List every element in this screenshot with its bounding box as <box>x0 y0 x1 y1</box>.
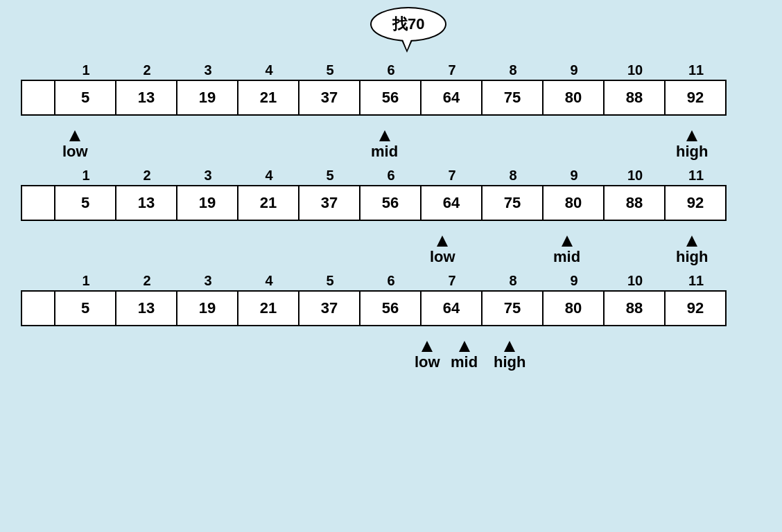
data-1-1: 5 <box>55 80 116 116</box>
data-1-0 <box>21 80 55 116</box>
idx-1-6: 6 <box>360 62 422 78</box>
idx-1-5: 5 <box>299 62 360 78</box>
data-3-5: 37 <box>299 290 360 326</box>
arrow-low-3: low <box>415 341 440 371</box>
arrow-high-2: high <box>676 236 708 266</box>
idx-3-7: 7 <box>422 273 483 289</box>
arrow-up-icon-low2 <box>437 236 448 247</box>
index-row-2: 1 2 3 4 5 6 7 8 9 10 11 <box>21 168 761 184</box>
arrow-low-2: low <box>430 236 455 266</box>
data-3-7: 64 <box>422 290 483 326</box>
idx-3-9: 9 <box>544 273 605 289</box>
data-2-7: 64 <box>422 185 483 221</box>
bubble-text: 找70 <box>392 15 424 33</box>
arrow-up-icon-mid2 <box>562 236 573 247</box>
idx-3-1: 1 <box>55 273 116 289</box>
mid-label-1: mid <box>371 143 398 161</box>
data-1-10: 88 <box>605 80 666 116</box>
main-container: 找70 1 2 3 4 5 6 7 8 9 10 11 5 13 19 21 3… <box>0 0 782 392</box>
idx-3-3: 3 <box>177 273 238 289</box>
data-2-9: 80 <box>544 185 605 221</box>
idx-1-4: 4 <box>238 62 299 78</box>
idx-3-4: 4 <box>238 273 299 289</box>
data-3-9: 80 <box>544 290 605 326</box>
arrow-up-icon <box>69 130 80 141</box>
low-label-2: low <box>430 248 455 266</box>
data-2-5: 37 <box>299 185 360 221</box>
idx-2-11: 11 <box>666 168 727 184</box>
data-1-5: 37 <box>299 80 360 116</box>
data-2-1: 5 <box>55 185 116 221</box>
data-1-4: 21 <box>238 80 299 116</box>
array-section-3: 1 2 3 4 5 6 7 8 9 10 11 5 13 19 21 37 56… <box>21 273 761 371</box>
arrow-up-icon-high2 <box>686 236 697 247</box>
arrow-row-2: low mid high <box>21 221 761 266</box>
arrow-up-icon-mid <box>379 130 390 141</box>
arrow-up-icon-high <box>686 130 697 141</box>
data-2-6: 56 <box>360 185 422 221</box>
idx-1-9: 9 <box>544 62 605 78</box>
data-3-1: 5 <box>55 290 116 326</box>
mid-label-3: mid <box>451 353 478 371</box>
data-3-8: 75 <box>483 290 544 326</box>
idx-2-9: 9 <box>544 168 605 184</box>
data-1-3: 19 <box>177 80 238 116</box>
data-1-9: 80 <box>544 80 605 116</box>
data-3-2: 13 <box>116 290 177 326</box>
idx-3-8: 8 <box>483 273 544 289</box>
idx-1-11: 11 <box>666 62 727 78</box>
data-1-6: 56 <box>360 80 422 116</box>
data-3-10: 88 <box>605 290 666 326</box>
idx-1-2: 2 <box>116 62 177 78</box>
data-2-4: 21 <box>238 185 299 221</box>
idx-2-8: 8 <box>483 168 544 184</box>
high-label-1: high <box>676 143 708 161</box>
idx-2-1: 1 <box>55 168 116 184</box>
data-2-10: 88 <box>605 185 666 221</box>
idx-3-10: 10 <box>605 273 666 289</box>
idx-1-1: 1 <box>55 62 116 78</box>
arrow-high-1: high <box>676 130 708 161</box>
idx-3-11: 11 <box>666 273 727 289</box>
arrow-high-3: high <box>494 341 525 371</box>
index-spacer-2 <box>21 168 55 184</box>
index-spacer-3 <box>21 273 55 289</box>
high-label-2: high <box>676 248 708 266</box>
data-row-2: 5 13 19 21 37 56 64 75 80 88 92 <box>21 185 761 221</box>
arrow-up-icon-low3 <box>422 341 433 352</box>
arrow-up-icon-high3 <box>504 341 515 352</box>
low-label-1: low <box>62 143 88 161</box>
data-3-11: 92 <box>666 290 727 326</box>
idx-3-2: 2 <box>116 273 177 289</box>
idx-1-10: 10 <box>605 62 666 78</box>
arrow-row-1: low mid high <box>21 116 761 161</box>
idx-1-8: 8 <box>483 62 544 78</box>
data-1-8: 75 <box>483 80 544 116</box>
idx-2-7: 7 <box>422 168 483 184</box>
idx-2-5: 5 <box>299 168 360 184</box>
mid-label-2: mid <box>553 248 580 266</box>
idx-3-6: 6 <box>360 273 422 289</box>
data-row-1: 5 13 19 21 37 56 64 75 80 88 92 <box>21 80 761 116</box>
data-2-11: 92 <box>666 185 727 221</box>
arrow-mid-2: mid <box>553 236 580 266</box>
arrow-mid-3: mid <box>451 341 478 371</box>
data-2-8: 75 <box>483 185 544 221</box>
data-3-3: 19 <box>177 290 238 326</box>
idx-2-10: 10 <box>605 168 666 184</box>
arrow-mid-1: mid <box>371 130 398 161</box>
arrow-low-1: low <box>62 130 88 161</box>
array-section-1: 1 2 3 4 5 6 7 8 9 10 11 5 13 19 21 37 56… <box>21 62 761 161</box>
array-section-2: 1 2 3 4 5 6 7 8 9 10 11 5 13 19 21 37 56… <box>21 168 761 266</box>
arrow-row-3: low mid high <box>21 326 761 371</box>
index-row-1: 1 2 3 4 5 6 7 8 9 10 11 <box>21 62 761 78</box>
idx-2-3: 3 <box>177 168 238 184</box>
index-spacer <box>21 62 55 78</box>
speech-bubble: 找70 <box>370 7 446 42</box>
data-1-7: 64 <box>422 80 483 116</box>
idx-2-6: 6 <box>360 168 422 184</box>
data-1-2: 13 <box>116 80 177 116</box>
data-3-6: 56 <box>360 290 422 326</box>
idx-1-3: 3 <box>177 62 238 78</box>
low-label-3: low <box>415 353 440 371</box>
